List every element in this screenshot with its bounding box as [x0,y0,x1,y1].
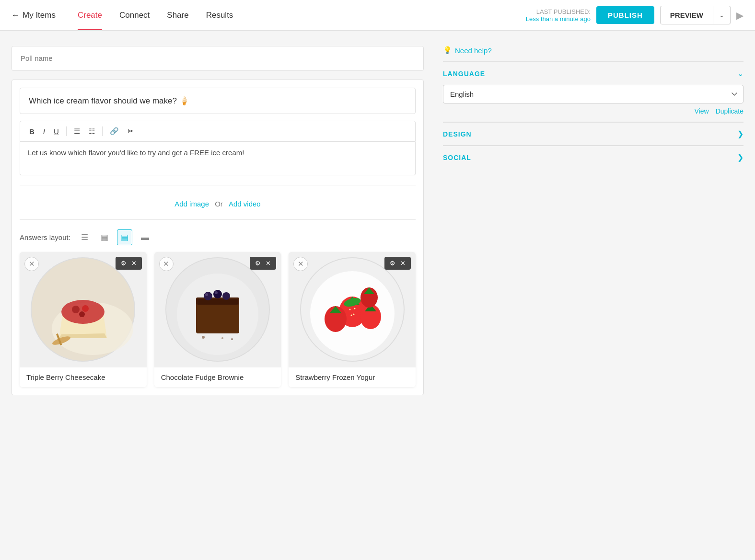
last-published-time: Less than a minute ago [526,15,591,23]
view-link[interactable]: View [695,107,709,115]
answer-2-settings-button[interactable]: ⚙ [254,259,262,268]
social-section-title: SOCIAL [443,154,471,161]
cheesecake-image [30,257,136,362]
svg-point-19 [215,291,218,294]
svg-rect-14 [197,299,238,305]
list-layout-icon: ☰ [81,233,88,242]
language-select[interactable]: English Spanish French German Portuguese [443,85,743,103]
svg-point-34 [354,308,355,309]
bulb-icon: 💡 [443,46,452,55]
nav-connect[interactable]: Connect [111,0,158,30]
svg-point-16 [213,290,222,298]
rich-text-toolbar: B I U ☰ ☷ 🔗 ✂ [20,121,416,142]
grid-image-layout-icon: ▤ [121,233,128,242]
poll-name-input[interactable] [21,54,415,62]
language-section-header[interactable]: LANGUAGE ⌄ [443,69,743,78]
description-text: Let us know which flavor you'd like to t… [28,149,244,157]
preview-dropdown-button[interactable]: ⌄ [713,6,731,24]
question-text-box: Which ice cream flavor should we make? 🍦 [20,88,416,114]
answer-item-3: ✕ ⚙ ✕ [289,252,416,387]
nav-right: LAST PUBLISHED: Less than a minute ago P… [526,6,743,24]
add-media-row: Add image Or Add video [20,195,416,210]
nav-links: Create Connect Share Results [69,0,242,30]
nav-results[interactable]: Results [197,0,242,30]
answer-2-settings-bar: ⚙ ✕ [250,257,276,270]
layout-detailed-button[interactable]: ▬ [137,230,153,245]
answer-label-3: Strawberry Frozen Yogur [289,367,416,387]
publish-button[interactable]: PUBLISH [596,6,654,24]
toolbar-divider-1 [66,126,67,136]
question-card: Which ice cream flavor should we make? 🍦… [12,80,424,395]
answer-3-close-button[interactable]: ✕ [399,259,407,268]
italic-button[interactable]: I [40,126,48,137]
answer-1-close-button[interactable]: ✕ [130,259,138,268]
answers-grid: ✕ ⚙ ✕ [20,252,416,387]
main-layout: Which ice cream flavor should we make? 🍦… [0,31,755,411]
answer-2-close-button[interactable]: ✕ [264,259,272,268]
answer-1-settings-bar: ⚙ ✕ [116,257,142,270]
social-section: SOCIAL ❯ [443,145,743,169]
layout-grid-image-button[interactable]: ▤ [117,229,132,245]
add-video-link[interactable]: Add video [229,200,261,208]
nav-share[interactable]: Share [158,0,197,30]
close-icon-dark: ✕ [400,260,406,267]
nav-create[interactable]: Create [69,0,111,30]
detailed-layout-icon: ▬ [141,233,149,242]
link-button[interactable]: 🔗 [106,125,122,137]
answer-image-3: ✕ ⚙ ✕ [289,252,416,367]
add-image-link[interactable]: Add image [174,200,209,208]
main-content: Which ice cream flavor should we make? 🍦… [12,46,424,395]
cursor-icon: ▶ [736,10,743,21]
language-chevron-icon: ⌄ [737,69,743,78]
remove-answer-1-button[interactable]: ✕ [24,257,39,271]
link-icon: 🔗 [110,127,119,135]
answer-label-2: Chocolate Fudge Brownie [154,367,281,387]
top-nav: ← My Items Create Connect Share Results … [0,0,755,31]
unlink-button[interactable]: ✂ [124,125,137,137]
answers-layout-label: Answers layout: [20,233,70,241]
toolbar-divider-2 [102,126,103,136]
social-section-header[interactable]: SOCIAL ❯ [443,153,743,162]
need-help-link[interactable]: 💡 Need help? [443,46,743,55]
answer-1-settings-button[interactable]: ⚙ [119,259,128,268]
preview-button[interactable]: PREVIEW [660,6,713,24]
answer-image-1: ✕ ⚙ ✕ [20,252,147,367]
design-section: DESIGN ❯ [443,122,743,145]
language-section-title: LANGUAGE [443,70,485,78]
brownie-image [165,257,270,362]
underline-button[interactable]: U [50,126,62,137]
close-icon: ✕ [29,260,35,268]
description-area[interactable]: Let us know which flavor you'd like to t… [20,142,416,175]
last-published-label: LAST PUBLISHED: [526,8,591,15]
remove-answer-2-button[interactable]: ✕ [159,257,174,271]
close-icon-dark: ✕ [266,260,271,267]
svg-point-18 [205,293,208,296]
gear-icon: ⚙ [255,260,261,267]
answer-image-2: ✕ ⚙ ✕ [154,252,281,367]
svg-point-22 [221,337,223,339]
design-section-title: DESIGN [443,130,472,138]
bullet-list-icon: ☰ [74,127,80,135]
answer-3-settings-button[interactable]: ⚙ [388,259,397,268]
duplicate-link[interactable]: Duplicate [716,107,743,115]
svg-point-6 [82,305,89,312]
layout-grid-button[interactable]: ▦ [97,229,112,245]
answers-layout-row: Answers layout: ☰ ▦ ▤ ▬ [20,229,416,245]
bold-button[interactable]: B [26,126,38,137]
preview-button-group: PREVIEW ⌄ [660,6,731,24]
chevron-down-icon: ⌄ [719,11,724,19]
or-label: Or [215,200,223,208]
numbered-list-button[interactable]: ☷ [85,125,98,137]
nav-my-items[interactable]: ← My Items [12,11,56,20]
design-section-header[interactable]: DESIGN ❯ [443,129,743,138]
design-chevron-icon: ❯ [737,129,743,138]
question-text: Which ice cream flavor should we make? 🍦 [29,96,189,105]
svg-point-20 [202,336,205,339]
bullet-list-button[interactable]: ☰ [70,125,83,137]
layout-list-button[interactable]: ☰ [77,229,92,245]
svg-point-17 [222,292,230,300]
back-arrow-icon: ← [12,11,20,20]
gear-icon: ⚙ [390,260,395,267]
last-published-info: LAST PUBLISHED: Less than a minute ago [526,8,591,23]
social-chevron-icon: ❯ [737,153,743,162]
